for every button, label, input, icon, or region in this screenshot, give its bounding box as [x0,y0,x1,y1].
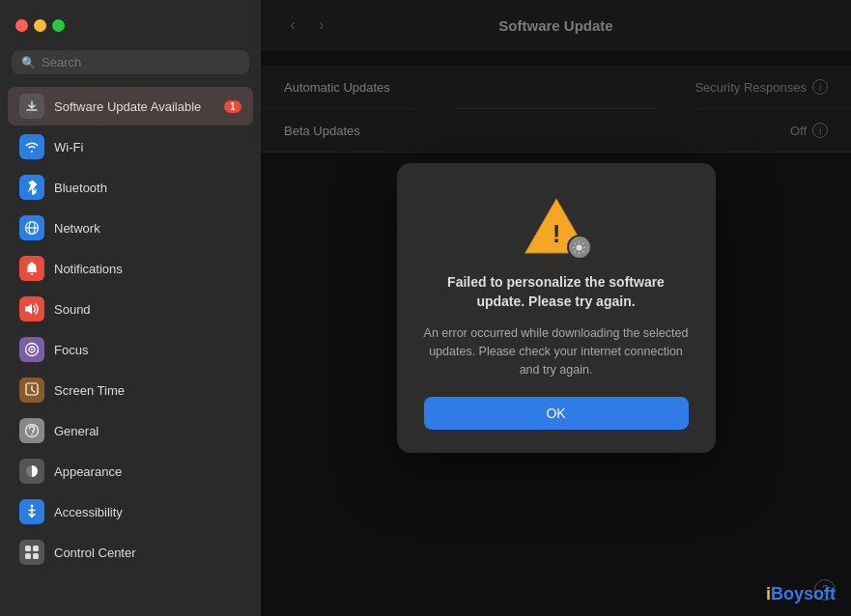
bluetooth-icon [19,175,44,200]
svg-rect-12 [25,546,31,551]
sidebar-item-label: Appearance [54,464,122,479]
minimize-button[interactable] [34,19,46,32]
sidebar: 🔍 Software Update Available 1 Wi-Fi [0,0,261,616]
main-content: ‹ › Software Update Automatic Updates Se… [261,0,851,616]
error-modal: ! Failed to personalize the software upd… [397,163,716,452]
focus-icon [19,337,44,362]
network-icon [19,215,44,240]
sidebar-item-label: Wi-Fi [54,140,83,154]
sidebar-item-software-update[interactable]: Software Update Available 1 [8,87,253,126]
sidebar-item-label: Software Update Available [54,99,201,114]
modal-icon: ! [523,192,590,260]
svg-rect-15 [33,553,39,559]
sidebar-item-label: Screen Time [54,383,125,398]
software-update-icon [19,94,44,119]
modal-overlay: ! Failed to personalize the software upd… [261,0,851,616]
sidebar-item-control-center[interactable]: Control Center [8,533,253,572]
svg-point-11 [31,505,34,508]
svg-point-6 [31,349,33,350]
sidebar-item-label: Accessibility [54,505,123,519]
appearance-icon [19,459,44,484]
accessibility-icon [19,499,44,524]
close-button[interactable] [15,19,28,32]
search-icon: 🔍 [21,56,36,70]
sidebar-item-label: Focus [54,343,88,357]
sidebar-item-label: General [54,424,99,438]
sidebar-item-label: Control Center [54,546,136,560]
sidebar-item-appearance[interactable]: Appearance [8,452,253,490]
svg-rect-14 [25,553,31,559]
notifications-icon [19,256,44,281]
sidebar-item-bluetooth[interactable]: Bluetooth [8,168,253,207]
modal-title: Failed to personalize the software updat… [424,273,689,311]
sidebar-item-wifi[interactable]: Wi-Fi [8,127,253,166]
sidebar-item-label: Bluetooth [54,181,107,195]
sidebar-item-label: Network [54,221,100,236]
sidebar-item-general[interactable]: General [8,411,253,450]
gear-badge-icon [567,235,592,260]
sidebar-item-accessibility[interactable]: Accessibility [8,492,253,531]
control-center-icon [19,540,44,565]
search-input[interactable] [42,55,240,70]
svg-text:!: ! [552,219,560,248]
sidebar-item-label: Notifications [54,262,123,276]
sidebar-item-notifications[interactable]: Notifications [8,249,253,288]
sidebar-item-focus[interactable]: Focus [8,330,253,369]
sidebar-item-label: Sound [54,302,91,317]
screen-time-icon [19,378,44,403]
sidebar-item-network[interactable]: Network [8,209,253,247]
sidebar-titlebar [0,0,261,50]
search-bar[interactable]: 🔍 [12,50,249,74]
traffic-lights [15,19,65,32]
svg-point-9 [31,434,33,435]
sidebar-item-screen-time[interactable]: Screen Time [8,371,253,409]
sound-icon [19,296,44,322]
wifi-icon [19,134,44,159]
sidebar-item-sound[interactable]: Sound [8,290,253,328]
modal-description: An error occurred while downloading the … [424,324,689,378]
general-icon [19,418,44,443]
ok-button[interactable]: OK [424,397,689,430]
maximize-button[interactable] [52,19,65,32]
svg-rect-13 [33,546,39,551]
update-badge: 1 [224,100,241,113]
